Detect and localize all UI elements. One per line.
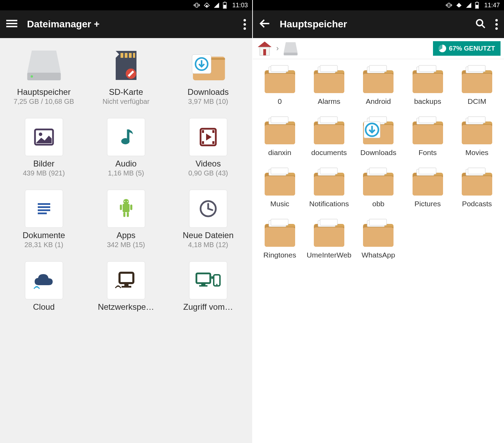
folder-item[interactable]: Pictures bbox=[404, 166, 451, 208]
svg-rect-114 bbox=[462, 125, 492, 144]
category-subtext: 28,31 KB (1) bbox=[4, 241, 83, 249]
folder-name: Downloads bbox=[355, 148, 402, 157]
category-drive[interactable]: Hauptspeicher 7,25 GB / 10,68 GB bbox=[4, 46, 83, 106]
folder-item[interactable]: Movies bbox=[453, 115, 501, 157]
usage-text: 67% GENUTZT bbox=[449, 45, 495, 52]
overflow-menu-icon[interactable] bbox=[244, 19, 246, 30]
folder-item[interactable]: obb bbox=[355, 166, 402, 208]
svg-line-48 bbox=[208, 209, 212, 210]
drive-icon[interactable] bbox=[282, 40, 299, 57]
category-img[interactable]: Bilder 439 MB (921) bbox=[4, 118, 83, 177]
vibrate-icon bbox=[445, 2, 452, 8]
svg-marker-31 bbox=[206, 134, 212, 141]
usage-badge[interactable]: 67% GENUTZT bbox=[433, 41, 501, 56]
svg-rect-70 bbox=[263, 49, 266, 55]
svg-rect-53 bbox=[201, 283, 205, 285]
signal-icon bbox=[466, 2, 472, 8]
folder-item[interactable]: documents bbox=[306, 115, 353, 157]
search-icon[interactable] bbox=[475, 18, 486, 30]
svg-rect-117 bbox=[271, 168, 288, 174]
folder-name: documents bbox=[306, 148, 353, 157]
svg-rect-51 bbox=[122, 286, 131, 288]
folder-name: Ringtones bbox=[256, 251, 303, 259]
svg-rect-76 bbox=[265, 74, 295, 93]
svg-rect-118 bbox=[265, 176, 295, 196]
drive-icon bbox=[25, 46, 63, 84]
folder-name: 0 bbox=[256, 97, 303, 106]
category-sd[interactable]: SD-Karte Nicht verfügbar bbox=[86, 46, 166, 106]
folder-icon bbox=[460, 166, 494, 198]
wifi-icon bbox=[203, 2, 211, 8]
battery-icon bbox=[475, 2, 479, 9]
folder-icon bbox=[410, 64, 445, 95]
svg-rect-9 bbox=[6, 23, 17, 24]
breadcrumb: › 67% GENUTZT bbox=[253, 38, 504, 59]
apps-icon bbox=[107, 190, 145, 228]
category-label: Hauptspeicher bbox=[4, 87, 83, 97]
audio-icon bbox=[107, 118, 145, 156]
svg-rect-80 bbox=[314, 74, 344, 93]
svg-rect-137 bbox=[271, 219, 288, 225]
category-apps[interactable]: Apps 342 MB (15) bbox=[86, 190, 166, 249]
svg-rect-79 bbox=[320, 65, 337, 72]
svg-rect-41 bbox=[127, 212, 129, 217]
folder-item[interactable]: Notifications bbox=[306, 166, 353, 208]
home-icon[interactable] bbox=[256, 40, 273, 57]
svg-rect-145 bbox=[369, 219, 387, 225]
svg-rect-64 bbox=[476, 5, 478, 8]
svg-rect-54 bbox=[199, 285, 207, 287]
folder-item[interactable]: 0 bbox=[256, 64, 303, 106]
svg-rect-30 bbox=[212, 141, 214, 144]
svg-rect-100 bbox=[314, 125, 344, 144]
folder-name: Podcasts bbox=[453, 200, 501, 208]
folder-item[interactable]: Podcasts bbox=[453, 166, 501, 208]
folder-item[interactable]: Downloads bbox=[355, 115, 402, 157]
vibrate-icon bbox=[193, 2, 200, 8]
folder-item[interactable]: DCIM bbox=[453, 64, 501, 106]
svg-rect-110 bbox=[413, 125, 443, 144]
folder-item[interactable]: Music bbox=[256, 166, 303, 208]
folder-item[interactable]: backups bbox=[404, 64, 451, 106]
folder-item[interactable]: Alarms bbox=[306, 64, 353, 106]
svg-rect-0 bbox=[196, 3, 198, 7]
category-subtext: 7,25 GB / 10,68 GB bbox=[4, 98, 83, 106]
category-net[interactable]: Netzwerkspe… bbox=[86, 261, 166, 313]
svg-rect-52 bbox=[196, 273, 210, 283]
svg-rect-32 bbox=[38, 203, 50, 205]
category-dl[interactable]: Downloads 3,97 MB (10) bbox=[168, 46, 248, 106]
folder-name: dianxin bbox=[256, 148, 303, 157]
svg-rect-121 bbox=[320, 168, 337, 174]
category-label: SD-Karte bbox=[86, 87, 166, 97]
category-label: Bilder bbox=[4, 159, 83, 169]
category-label: Dokumente bbox=[4, 230, 83, 240]
category-label: Videos bbox=[168, 159, 248, 169]
category-recent[interactable]: Neue Dateien 4,18 MB (12) bbox=[168, 190, 248, 249]
folder-icon bbox=[361, 218, 396, 249]
category-remote[interactable]: Zugriff vom… bbox=[168, 261, 248, 313]
menu-icon[interactable] bbox=[6, 18, 17, 30]
folder-item[interactable]: Android bbox=[355, 64, 402, 106]
folder-item[interactable]: WhatsApp bbox=[355, 218, 402, 259]
folder-grid: 0 Alarms Android backups DCIM bbox=[253, 59, 504, 443]
category-label: Apps bbox=[86, 230, 166, 240]
folder-name: Alarms bbox=[306, 97, 353, 106]
svg-rect-92 bbox=[462, 74, 492, 93]
svg-rect-83 bbox=[369, 65, 387, 72]
folder-item[interactable]: Ringtones bbox=[256, 218, 303, 259]
svg-rect-96 bbox=[265, 125, 295, 144]
category-doc[interactable]: Dokumente 28,31 KB (1) bbox=[4, 190, 83, 249]
category-video[interactable]: Videos 0,90 GB (43) bbox=[168, 118, 248, 177]
category-cloud[interactable]: Cloud bbox=[4, 261, 83, 313]
svg-rect-8 bbox=[6, 20, 17, 21]
category-subtext: 439 MB (921) bbox=[4, 169, 83, 177]
svg-rect-28 bbox=[202, 141, 204, 144]
folder-item[interactable]: dianxin bbox=[256, 115, 303, 157]
folder-icon bbox=[312, 64, 346, 95]
overflow-menu-icon[interactable] bbox=[495, 19, 498, 30]
category-audio[interactable]: Audio 1,16 MB (5) bbox=[86, 118, 166, 177]
svg-rect-146 bbox=[363, 227, 394, 247]
folder-item[interactable]: UmeInterWeb bbox=[306, 218, 353, 259]
video-icon bbox=[189, 118, 227, 156]
folder-item[interactable]: Fonts bbox=[404, 115, 451, 157]
back-icon[interactable] bbox=[259, 18, 270, 30]
